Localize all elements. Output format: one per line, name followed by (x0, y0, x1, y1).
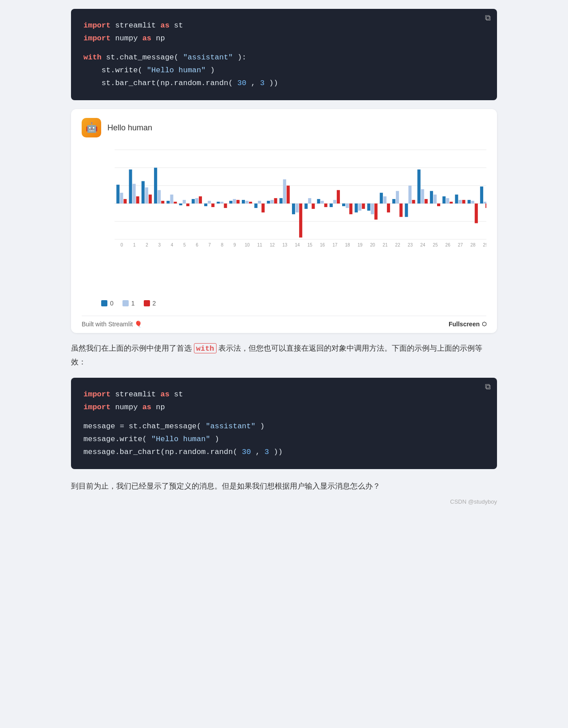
highlight-box: with (194, 343, 217, 353)
bar (296, 204, 299, 212)
code-block-1: ⧉ import streamlit as st import numpy as… (71, 9, 497, 100)
code-text: st.bar_chart(np.random.randn( (83, 79, 233, 87)
x-label: 23 (408, 243, 413, 247)
chart-legend: 0 1 2 (82, 296, 486, 313)
copy-button-1[interactable]: ⧉ (485, 13, 491, 23)
legend-item-2: 2 (144, 300, 156, 307)
bar (229, 201, 233, 204)
code-text: ): (237, 53, 246, 62)
copy-button-2[interactable]: ⧉ (485, 382, 491, 391)
keyword: with (83, 53, 102, 62)
bar (430, 191, 433, 204)
bar (237, 200, 240, 204)
bar (468, 200, 471, 204)
keyword: as (142, 34, 151, 43)
code-text: )) (273, 448, 282, 456)
code-text: message (83, 422, 120, 431)
bar (254, 204, 257, 208)
string: "assistant" (205, 422, 255, 431)
bar (249, 202, 252, 204)
code-blank-line (83, 45, 485, 51)
fullscreen-icon: ⬡ (482, 321, 486, 327)
string: "assistant" (183, 53, 233, 62)
bar (233, 199, 236, 204)
x-label: 12 (270, 243, 275, 247)
code-text: st (174, 21, 183, 30)
chat-header: 🤖 Hello human (82, 118, 486, 137)
code-text: st (174, 390, 183, 399)
code-line: st.bar_chart(np.random.randn( 30 , 3 )) (83, 77, 485, 90)
code-text: st.chat_message( (129, 422, 201, 431)
code-text: , (256, 448, 264, 456)
number: 3 (260, 79, 264, 87)
bar (455, 195, 458, 204)
code-text: , (251, 79, 260, 87)
legend-color-1 (122, 300, 129, 306)
x-label: 22 (395, 243, 401, 247)
bar (399, 204, 402, 217)
x-label: 10 (245, 243, 250, 247)
bar (317, 199, 320, 204)
bar (267, 201, 270, 204)
legend-color-0 (101, 300, 107, 306)
bar (116, 185, 119, 204)
x-label: 14 (295, 243, 300, 247)
bar (342, 204, 345, 206)
bar (380, 193, 383, 204)
code-line: message = st.chat_message( "assistant" ) (83, 420, 485, 433)
paragraph-2: 到目前为止，我们已经显示了预定义的消息。但是如果我们想根据用户输入显示消息怎么办… (71, 480, 497, 493)
fullscreen-label: Fullscreen (449, 321, 480, 328)
legend-item-0: 0 (101, 300, 114, 307)
bar (261, 204, 264, 212)
bar (367, 204, 371, 211)
bar (485, 204, 486, 208)
bar (133, 184, 136, 204)
code-text: ) (260, 422, 264, 431)
x-label: 4 (171, 243, 174, 247)
bar-chart-area: 6 4 2 0 −2 −4 0 (82, 142, 486, 293)
bar (337, 190, 340, 204)
x-label: 1 (133, 243, 136, 247)
operator: = (120, 422, 124, 431)
bar (412, 200, 415, 204)
bar (371, 204, 374, 214)
bar (437, 204, 440, 206)
number: 30 (242, 448, 251, 456)
x-label: 28 (470, 243, 476, 247)
bar (136, 196, 139, 204)
bar (192, 199, 195, 204)
code-blank-line (83, 414, 485, 420)
x-label: 6 (196, 243, 198, 247)
bar (324, 204, 327, 207)
x-label: 7 (208, 243, 211, 247)
keyword: import (83, 403, 110, 411)
bar (330, 204, 333, 207)
chat-title: Hello human (107, 123, 152, 133)
x-label: 21 (383, 243, 388, 247)
code-text: st.chat_message( (106, 53, 178, 62)
bar (358, 204, 361, 211)
x-label: 9 (233, 243, 236, 247)
bar (396, 191, 399, 204)
bar (387, 204, 390, 212)
code-text: np (156, 34, 165, 43)
code-text: numpy (115, 34, 142, 43)
legend-label-2: 2 (153, 300, 156, 307)
bar (120, 193, 123, 204)
x-label: 26 (446, 243, 451, 247)
x-label: 16 (320, 243, 325, 247)
bar (471, 201, 474, 204)
code-line: st.write( "Hello human" ) (83, 64, 485, 77)
fullscreen-button[interactable]: Fullscreen ⬡ (449, 321, 486, 328)
bar (123, 199, 126, 204)
bar (308, 198, 311, 204)
bar (418, 170, 421, 204)
bar (271, 200, 274, 204)
x-label: 15 (308, 243, 313, 247)
legend-label-1: 1 (131, 300, 135, 307)
code-text: message.write( (83, 435, 147, 443)
x-label: 11 (257, 243, 263, 247)
bar (149, 195, 152, 204)
string: "Hello human" (151, 435, 210, 443)
x-label: 8 (221, 243, 224, 247)
